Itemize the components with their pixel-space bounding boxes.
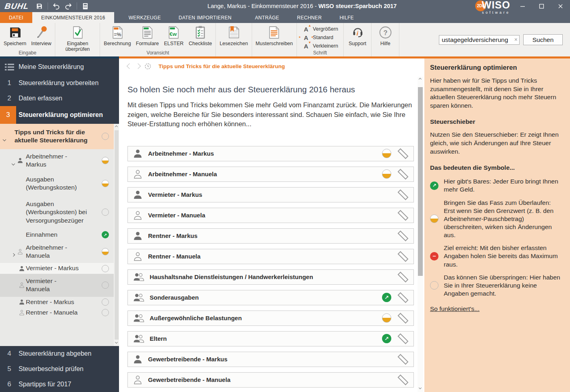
tab-daten-importieren[interactable]: DATEN IMPORTIEREN <box>170 12 240 23</box>
interview-button[interactable]: Interview <box>29 24 54 46</box>
hilfe-button[interactable]: ? Hilfe <box>373 24 398 46</box>
sidebar-step-label: Steuererklärung vorbereiten <box>19 79 98 87</box>
person-female-icon <box>133 252 143 261</box>
status-badge <box>382 169 391 179</box>
breadcrumb-label[interactable]: Tipps und Tricks für die aktuelle Steuer… <box>159 63 285 69</box>
tab-antraege[interactable]: ANTRÄGE <box>246 12 288 23</box>
divider <box>77 2 77 10</box>
status-badge <box>102 265 109 272</box>
chevron-right-icon[interactable] <box>12 250 15 258</box>
support-button[interactable]: i Support <box>345 24 370 46</box>
tree-item-vermieter-markus[interactable]: Vermieter - Markus <box>0 263 114 273</box>
sidebar-item-meine-steuererklaerung[interactable]: Meine Steuererklärung <box>0 58 119 75</box>
list-item-vermieter-markus[interactable]: Vermieter - Markus <box>127 187 414 202</box>
history-icon[interactable] <box>144 63 151 70</box>
list-item-eltern[interactable]: Eltern <box>127 331 414 346</box>
tab-datei[interactable]: DATEI <box>0 12 32 23</box>
ribbon-group-hilfe: ? Hilfe <box>372 23 399 56</box>
close-button[interactable] <box>551 0 570 12</box>
sidebar-step-1[interactable]: 1 Steuererklärung vorbereiten <box>0 75 119 91</box>
scroll-down-icon[interactable] <box>115 341 117 344</box>
redo-icon[interactable] <box>65 2 72 10</box>
topic-list: Arbeitnehmer - Markus Arbeitnehmer - Man… <box>127 146 414 388</box>
save-icon[interactable] <box>35 2 43 10</box>
main-scrollbar[interactable] <box>418 77 423 392</box>
sidebar-step-5[interactable]: 5 Steuerbescheid prüfen <box>0 361 119 377</box>
tree-item-ausgaben-werbungskosten[interactable]: Ausgaben (Werbungskosten) <box>0 172 114 195</box>
tab-hilfe[interactable]: HILFE <box>331 12 363 23</box>
intro-text: Mit diesen Tipps und Tricks bekommen Sie… <box>127 100 412 129</box>
ribbon-group-pruefen: Eingaben überprüfen <box>55 23 100 56</box>
scroll-up-icon[interactable] <box>115 125 117 128</box>
status-badge <box>102 309 109 316</box>
sidebar-step-3-active[interactable]: 3 Steuererklärung optimieren <box>0 106 119 124</box>
sidebar-step-6[interactable]: 6 Spartipps für 2017 <box>0 377 119 392</box>
tree-item-ausgaben-versorgungsbezueger[interactable]: Ausgaben (Werbungskosten) bei Versorgung… <box>0 195 114 229</box>
sidebar-step-4[interactable]: 4 Steuererklärung abgeben <box>0 346 119 361</box>
tree-item-tipps-und-tricks[interactable]: Tipps und Tricks für die aktuelle Steuer… <box>0 124 114 149</box>
tab-einkommensteuer[interactable]: EINKOMMENSTEUER 2016 <box>32 12 114 23</box>
speichern-button[interactable]: Speichern <box>1 24 29 46</box>
chevron-down-icon[interactable] <box>3 135 6 143</box>
maximize-button[interactable] <box>532 0 551 12</box>
scroll-down-icon[interactable] <box>419 386 422 389</box>
checklist-icon <box>193 25 208 40</box>
calculator-icon[interactable] <box>81 2 89 10</box>
list-item-rentner-markus[interactable]: Rentner - Markus <box>127 228 414 244</box>
tree-item-arbeitnehmer-markus[interactable]: Arbeitnehmer - Markus <box>0 149 114 172</box>
vergroessern-button[interactable]: A▲ Vergrößern <box>302 25 338 33</box>
back-icon[interactable] <box>127 63 132 69</box>
tab-rechner[interactable]: RECHNER <box>288 12 330 23</box>
page-title: So holen Sie noch mehr aus der Steuererk… <box>127 85 424 94</box>
chevron-down-icon[interactable] <box>12 159 15 167</box>
list-item-arbeitnehmer-manuela[interactable]: Arbeitnehmer - Manuela <box>127 167 414 182</box>
sidebar-step-2[interactable]: 2 Daten erfassen <box>0 91 119 106</box>
berechnung-button[interactable]: =% Berechnung <box>101 24 133 46</box>
forward-icon[interactable] <box>135 63 141 69</box>
maximum-badge <box>430 252 438 261</box>
tree-item-arbeitnehmer-manuela[interactable]: Arbeitnehmer - Manuela <box>0 240 114 263</box>
tree-item-rentner-manuela[interactable]: Rentner - Manuela <box>0 307 114 318</box>
tab-werkzeuge[interactable]: WERKZEUGE <box>120 12 170 23</box>
scrollbar-thumb[interactable] <box>418 87 423 276</box>
list-item-aussergewoehnliche-belastungen[interactable]: Außergewöhnliche Belastungen <box>127 311 414 326</box>
couple-icon <box>133 272 144 282</box>
tree-item-einnahmen[interactable]: Einnahmen <box>0 229 114 240</box>
undo-icon[interactable] <box>52 2 60 10</box>
svg-text:?: ? <box>383 29 387 36</box>
tree-item-vermieter-manuela[interactable]: Vermieter - Manuela <box>0 274 114 297</box>
tree-scrollbar[interactable] <box>114 124 119 346</box>
headset-icon: i <box>350 25 365 40</box>
person-male-icon <box>133 354 143 364</box>
scroll-up-icon[interactable] <box>419 78 422 81</box>
search-input[interactable] <box>439 35 520 45</box>
minimize-button[interactable] <box>513 0 532 12</box>
symbol-legend: Hier gibt's Bares: Jeder Euro bringt Ihn… <box>430 177 563 298</box>
formulare-button[interactable]: Formulare <box>134 24 161 46</box>
standard-button[interactable]: ▸A◂ Standard <box>302 34 338 41</box>
empty-badge <box>430 281 438 290</box>
list-item-gewerbetreibende-markus[interactable]: Gewerbetreibende - Markus <box>127 352 414 367</box>
musterschreiben-button[interactable]: Musterschreiben <box>253 24 295 46</box>
person-female-icon <box>133 211 143 220</box>
checkliste-button[interactable]: Checkliste <box>186 24 215 46</box>
list-item-sonderausgaben[interactable]: Sonderausgaben <box>127 290 414 305</box>
chevron-right-icon <box>398 354 409 365</box>
list-item-haushaltsnahe-dienstleistungen[interactable]: Haushaltsnahe Dienstleistungen / Handwer… <box>127 269 414 285</box>
verkleinern-button[interactable]: A▼ Verkleinern <box>302 42 338 50</box>
chevron-right-icon <box>398 148 409 159</box>
elster-button[interactable]: €w ELSTER <box>161 24 186 46</box>
ribbon-group-lesezeichen: Lesezeichen <box>216 23 252 56</box>
clear-search-icon[interactable]: × <box>514 36 518 43</box>
font-increase-icon: A▲ <box>302 26 310 33</box>
how-it-works-link[interactable]: So funktioniert's... <box>430 305 480 313</box>
list-item-arbeitnehmer-markus[interactable]: Arbeitnehmer - Markus <box>127 146 414 161</box>
list-item-vermieter-manuela[interactable]: Vermieter - Manuela <box>127 208 414 223</box>
suchen-button[interactable]: Suchen <box>523 34 563 45</box>
check-document-icon <box>70 25 85 40</box>
list-item-rentner-manuela[interactable]: Rentner - Manuela <box>127 249 414 264</box>
eingaben-ueberpruefen-button[interactable]: Eingaben überprüfen <box>56 24 98 52</box>
tree-item-rentner-markus[interactable]: Rentner - Markus <box>0 297 114 307</box>
lesezeichen-button[interactable]: Lesezeichen <box>217 24 250 46</box>
list-item-gewerbetreibende-manuela[interactable]: Gewerbetreibende - Manuela <box>127 372 414 388</box>
